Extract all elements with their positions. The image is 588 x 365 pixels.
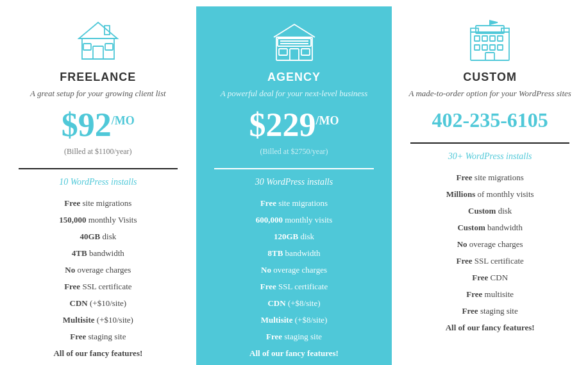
svg-rect-17 (501, 28, 509, 32)
feature-item: Free CDN (401, 269, 578, 286)
feature-item: Free staging site (206, 328, 383, 345)
plan-freelance-features: Free site migrations150,000 monthly Visi… (10, 195, 187, 362)
plan-freelance-icon (72, 19, 124, 64)
plan-agency-price-block: $229/MO (249, 108, 339, 142)
plan-custom-divider (410, 142, 569, 144)
plan-freelance-price: $92/MO (62, 106, 135, 143)
svg-marker-28 (490, 21, 498, 24)
feature-item: Free staging site (10, 328, 187, 345)
plan-agency-icon (269, 19, 320, 64)
svg-rect-13 (301, 49, 310, 55)
plan-agency-features: Free site migrations600,000 monthly visi… (206, 195, 383, 362)
plan-freelance-divider (19, 168, 178, 169)
feature-item: 150,000 monthly Visits (10, 212, 187, 228)
feature-item: Free site migrations (401, 169, 578, 186)
svg-rect-26 (485, 53, 494, 60)
plan-agency-tagline: A powerful deal for your next-level busi… (221, 88, 367, 99)
feature-item: Free site migrations (206, 195, 383, 212)
svg-rect-1 (93, 46, 103, 59)
feature-item: Free SSL certificate (206, 278, 383, 295)
feature-item: Custom bandwidth (401, 219, 578, 236)
svg-rect-20 (490, 36, 495, 41)
feature-item: 120GB disk (206, 228, 383, 245)
plan-agency-name: AGENCY (267, 71, 321, 84)
plan-custom-icon (464, 19, 516, 64)
feature-item: Free SSL certificate (10, 278, 187, 295)
feature-item: Free staging site (401, 303, 578, 319)
svg-rect-23 (482, 45, 487, 50)
svg-rect-21 (498, 36, 503, 41)
plan-agency-installs: 30 WordPress installs (255, 177, 333, 187)
plan-agency-divider (214, 168, 373, 169)
feature-item: CDN (+$10/site) (10, 295, 187, 312)
feature-item: Custom disk (401, 203, 578, 219)
plan-freelance-name: FREELANCE (60, 71, 136, 84)
plan-custom: CUSTOM A made-to-order option for your W… (392, 6, 588, 365)
feature-item: All of our fancy features! (401, 319, 578, 336)
svg-rect-16 (471, 28, 478, 32)
plan-freelance-installs: 10 WordPress installs (59, 177, 137, 187)
svg-rect-19 (482, 36, 487, 41)
feature-item: 600,000 monthly visits (206, 212, 383, 228)
feature-item: Millions of monthly visits (401, 186, 578, 203)
plan-custom-features: Free site migrationsMillions of monthly … (401, 169, 578, 336)
plan-custom-tagline: A made-to-order option for your WordPres… (408, 88, 571, 99)
feature-item: Free site migrations (10, 195, 187, 212)
feature-item: All of our fancy features! (206, 345, 383, 362)
svg-rect-2 (83, 44, 91, 50)
plan-custom-installs: 30+ WordPress installs (448, 151, 532, 162)
plan-freelance-tagline: A great setup for your growing client li… (30, 88, 166, 99)
plan-freelance-billed: (Billed at $1100/year) (64, 147, 132, 157)
plan-agency: AGENCY A powerful deal for your next-lev… (196, 6, 392, 365)
plan-freelance: FREELANCE A great setup for your growing… (0, 6, 196, 365)
feature-item: Multisite (+$8/site) (206, 312, 383, 328)
feature-item: 4TB bandwidth (10, 245, 187, 262)
svg-rect-12 (279, 49, 287, 55)
feature-item: Multisite (+$10/site) (10, 312, 187, 328)
plan-agency-price-mo: /MO (316, 114, 339, 127)
svg-rect-11 (290, 49, 299, 60)
svg-rect-25 (498, 45, 503, 50)
svg-rect-3 (105, 44, 113, 50)
feature-item: Free SSL certificate (401, 253, 578, 269)
plan-custom-phone: 402-235-6105 (432, 108, 548, 132)
plan-freelance-price-mo: /MO (112, 114, 135, 127)
pricing-container: FREELANCE A great setup for your growing… (0, 6, 588, 365)
svg-rect-24 (490, 45, 495, 50)
svg-rect-8 (278, 38, 311, 46)
plan-agency-price: $229/MO (249, 106, 339, 143)
feature-item: 40GB disk (10, 228, 187, 245)
feature-item: No overage charges (10, 262, 187, 278)
feature-item: No overage charges (401, 236, 578, 253)
feature-item: No overage charges (206, 262, 383, 278)
plan-freelance-price-block: $92/MO (62, 108, 135, 142)
feature-item: Free multisite (401, 286, 578, 303)
feature-item: CDN (+$8/site) (206, 295, 383, 312)
plan-agency-billed: (Billed at $2750/year) (260, 147, 328, 157)
svg-rect-22 (475, 45, 480, 50)
plan-custom-name: CUSTOM (463, 71, 517, 84)
feature-item: All of our fancy features! (10, 345, 187, 362)
svg-marker-0 (79, 22, 117, 59)
svg-rect-18 (475, 36, 480, 41)
feature-item: 8TB bandwidth (206, 245, 383, 262)
